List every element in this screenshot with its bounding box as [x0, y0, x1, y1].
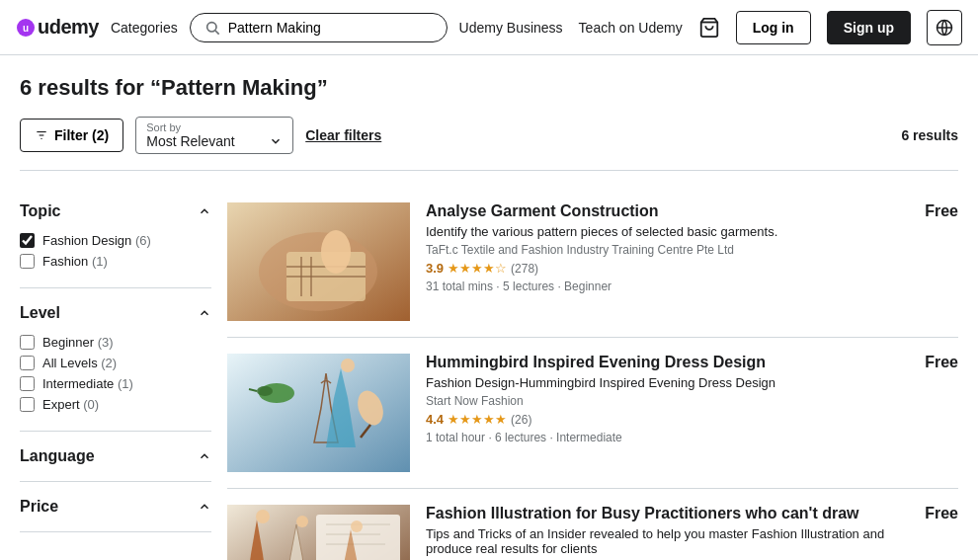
svg-point-2: [206, 22, 215, 31]
topic-checkbox-fashion-design[interactable]: [20, 233, 35, 248]
search-bar: [190, 13, 448, 42]
svg-point-21: [257, 386, 273, 396]
logo-text: udemy: [38, 16, 99, 39]
level-label-expert: Expert (0): [42, 397, 99, 412]
course-thumbnail-1: [227, 202, 410, 321]
sort-by-label: Sort by: [146, 121, 283, 133]
sidebar-section-price: Price: [20, 482, 211, 532]
header: u udemy Categories Udemy Business Teach …: [0, 0, 978, 55]
udemy-business-link[interactable]: Udemy Business: [459, 20, 563, 36]
level-filter-beginner[interactable]: Beginner (3): [20, 332, 211, 353]
level-checkbox-all-levels[interactable]: [20, 356, 35, 370]
topic-chevron-up-icon: [198, 204, 211, 218]
level-section-title: Level: [20, 304, 60, 322]
courses-list: Analyse Garment Construction Identify th…: [227, 171, 958, 560]
level-label-all-levels: All Levels (2): [42, 356, 117, 370]
language-button[interactable]: [927, 10, 962, 45]
teach-on-udemy-link[interactable]: Teach on Udemy: [579, 20, 683, 36]
course-title-1: Analyse Garment Construction: [426, 202, 893, 220]
rating-row-1: 3.9 ★★★★☆ (278): [426, 261, 893, 276]
stars-1: ★★★★☆: [448, 261, 507, 276]
svg-point-17: [321, 230, 351, 274]
chevron-down-icon: [269, 134, 283, 148]
topic-filter-item-fashion[interactable]: Fashion (1): [20, 251, 211, 272]
level-label-beginner: Beginner (3): [42, 335, 114, 350]
language-chevron-up-icon: [198, 449, 211, 463]
sort-value: Most Relevant: [146, 133, 234, 149]
level-chevron-up-icon: [198, 306, 211, 320]
topic-label-fashion-design: Fashion Design (6): [42, 233, 151, 248]
search-input[interactable]: [228, 20, 433, 36]
top-area: 6 results for “Pattern Making” Filter (2…: [0, 55, 978, 171]
topic-checkbox-fashion[interactable]: [20, 254, 35, 269]
rating-num-2: 4.4: [426, 412, 444, 427]
price-section-title: Price: [20, 498, 58, 516]
course-subtitle-1: Identify the various pattern pieces of s…: [426, 224, 893, 239]
svg-line-3: [215, 31, 219, 35]
course-price-3: Free: [909, 505, 958, 522]
filter-button[interactable]: Filter (2): [20, 119, 123, 152]
categories-button[interactable]: Categories: [111, 20, 178, 36]
results-count: 6 results: [901, 127, 958, 143]
sidebar-section-level: Level Beginner (3) All Levels (2) Interm…: [20, 288, 211, 432]
rating-count-1: (278): [511, 262, 538, 276]
course-title-2: Hummingbird Inspired Evening Dress Desig…: [426, 354, 893, 371]
svg-point-25: [341, 359, 355, 372]
course-thumbnail-2: [227, 354, 410, 472]
svg-point-28: [296, 516, 308, 527]
level-checkbox-expert[interactable]: [20, 397, 35, 412]
filter-label: Filter (2): [54, 127, 109, 143]
sort-wrapper[interactable]: Sort by Most Relevant: [135, 117, 293, 154]
header-links: Udemy Business Teach on Udemy Log in Sig…: [459, 10, 962, 45]
clear-filters-link[interactable]: Clear filters: [305, 127, 381, 143]
course-meta-2: 1 total hour · 6 lectures · Intermediate: [426, 431, 893, 444]
course-instructor-2: Start Now Fashion: [426, 394, 893, 408]
course-subtitle-2: Fashion Design-Hummingbird Inspired Even…: [426, 375, 893, 390]
udemy-logo-icon: u: [16, 18, 36, 38]
course-card-2[interactable]: Hummingbird Inspired Evening Dress Desig…: [227, 338, 958, 489]
price-section-header[interactable]: Price: [20, 498, 211, 516]
rating-num-1: 3.9: [426, 261, 444, 276]
signup-button[interactable]: Sign up: [827, 11, 911, 44]
price-chevron-up-icon: [198, 500, 211, 514]
level-filter-expert[interactable]: Expert (0): [20, 394, 211, 415]
course-card-1[interactable]: Analyse Garment Construction Identify th…: [227, 187, 958, 338]
course-price-2: Free: [909, 354, 958, 371]
level-filter-all-levels[interactable]: All Levels (2): [20, 353, 211, 373]
topic-filter-item-fashion-design[interactable]: Fashion Design (6): [20, 230, 211, 251]
level-section-header[interactable]: Level: [20, 304, 211, 322]
filter-sort-bar: Filter (2) Sort by Most Relevant Clear f…: [20, 117, 958, 171]
course-thumb-image-3: [227, 505, 410, 560]
course-price-1: Free: [909, 202, 958, 220]
level-checkbox-beginner[interactable]: [20, 335, 35, 350]
course-card-3[interactable]: Fashion Illustration for Busy Practition…: [227, 489, 958, 560]
cart-icon[interactable]: [698, 17, 720, 39]
topic-section-header[interactable]: Topic: [20, 202, 211, 220]
level-checkbox-intermediate[interactable]: [20, 376, 35, 391]
course-info-3: Fashion Illustration for Busy Practition…: [426, 505, 893, 560]
course-meta-1: 31 total mins · 5 lectures · Beginner: [426, 280, 893, 293]
svg-point-27: [256, 510, 270, 523]
main-layout: Topic Fashion Design (6) Fashion (1) Lev…: [0, 171, 978, 560]
level-filter-intermediate[interactable]: Intermediate (1): [20, 373, 211, 394]
sort-select-row: Most Relevant: [146, 133, 283, 149]
filter-icon: [35, 128, 48, 142]
svg-text:u: u: [23, 23, 29, 34]
sidebar-section-topic: Topic Fashion Design (6) Fashion (1): [20, 187, 211, 288]
rating-row-2: 4.4 ★★★★★ (26): [426, 412, 893, 427]
svg-point-33: [351, 520, 363, 532]
course-thumb-image-1: [227, 202, 410, 321]
logo[interactable]: u udemy: [16, 16, 99, 39]
language-section-header[interactable]: Language: [20, 447, 211, 465]
language-section-title: Language: [20, 447, 95, 465]
globe-icon: [936, 19, 953, 37]
login-button[interactable]: Log in: [736, 11, 811, 44]
stars-2: ★★★★★: [448, 412, 507, 427]
sidebar-section-language: Language: [20, 432, 211, 482]
rating-count-2: (26): [511, 413, 531, 427]
course-info-1: Analyse Garment Construction Identify th…: [426, 202, 893, 293]
course-subtitle-3: Tips and Tricks of an Insider revealed t…: [426, 526, 893, 556]
course-info-2: Hummingbird Inspired Evening Dress Desig…: [426, 354, 893, 444]
sidebar: Topic Fashion Design (6) Fashion (1) Lev…: [20, 171, 227, 560]
course-thumbnail-3: [227, 505, 410, 560]
